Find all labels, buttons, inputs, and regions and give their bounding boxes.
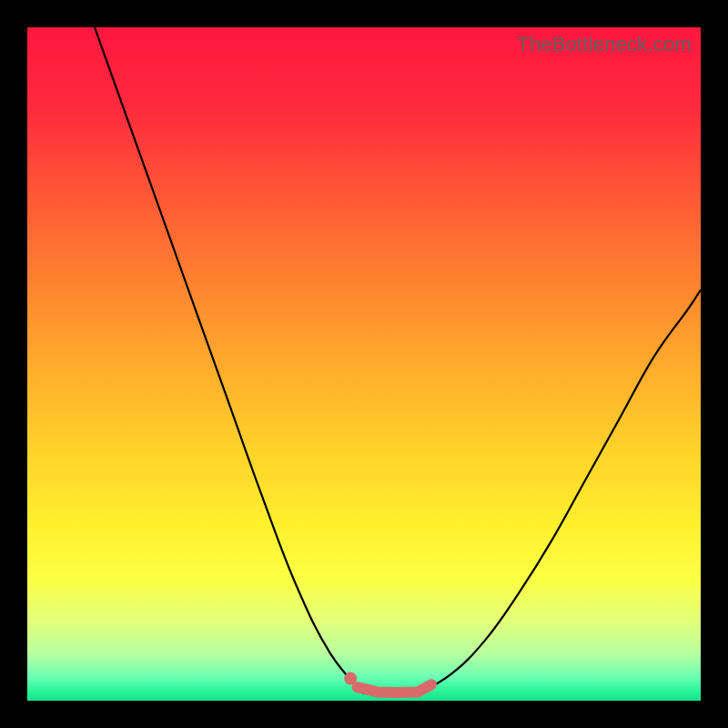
watermark-text: TheBottleneck.com <box>517 33 692 56</box>
curve-right <box>418 290 701 694</box>
chart-curves <box>27 27 701 701</box>
chart-frame: TheBottleneck.com <box>27 27 701 701</box>
bottom-markers <box>358 684 431 693</box>
curve-left <box>95 27 364 694</box>
marker-dot <box>344 672 357 685</box>
